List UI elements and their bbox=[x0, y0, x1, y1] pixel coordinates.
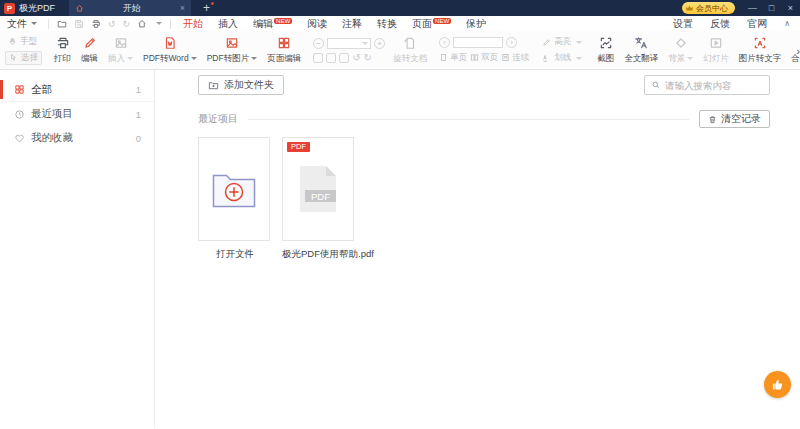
svg-text:PDF: PDF bbox=[311, 191, 330, 202]
continuous-mode-button[interactable]: 连续 bbox=[501, 52, 529, 64]
open-file-card[interactable] bbox=[198, 137, 270, 241]
tab-close-icon[interactable]: × bbox=[180, 3, 185, 13]
rotate-document-button[interactable]: 旋转文档 bbox=[388, 33, 432, 67]
sidebar-item-recent[interactable]: 最近项目 1 bbox=[0, 102, 154, 126]
clock-icon bbox=[14, 109, 25, 120]
page-edit-button[interactable]: 页面编辑 bbox=[262, 33, 306, 67]
tab-label: 阅读 bbox=[307, 18, 327, 29]
section-divider bbox=[248, 119, 689, 120]
slideshow-button[interactable]: 幻灯片 bbox=[698, 33, 734, 67]
tab-convert[interactable]: 转换 bbox=[377, 17, 397, 31]
tab-start[interactable]: 开始 bbox=[183, 17, 203, 31]
select-tool-button[interactable]: 选择 bbox=[5, 51, 42, 65]
pointer-tools-group: 手型 选择 bbox=[2, 33, 45, 67]
folder-plus-icon bbox=[211, 169, 257, 209]
clear-records-button[interactable]: 清空记录 bbox=[699, 110, 770, 128]
crown-icon bbox=[685, 4, 694, 13]
double-page-mode-button[interactable]: 双页 bbox=[470, 52, 498, 64]
continuous-page-icon bbox=[501, 53, 510, 62]
close-button[interactable]: × bbox=[781, 3, 800, 13]
edit-button[interactable]: 编辑 bbox=[76, 33, 103, 67]
sidebar-item-favorites[interactable]: 我的收藏 0 bbox=[0, 126, 154, 150]
add-folder-button[interactable]: 添加文件夹 bbox=[198, 75, 284, 95]
tab-protect[interactable]: 保护 bbox=[466, 17, 486, 31]
member-center-button[interactable]: 会员中心 bbox=[682, 2, 735, 14]
save-button[interactable] bbox=[74, 19, 84, 29]
insert-button[interactable]: 插入 bbox=[103, 33, 138, 67]
page-number-input[interactable] bbox=[453, 37, 503, 48]
actual-size-button[interactable] bbox=[313, 53, 323, 63]
zoom-out-button[interactable]: − bbox=[313, 38, 324, 49]
feedback-button[interactable]: 反馈 bbox=[710, 17, 730, 31]
background-button[interactable]: 背景 bbox=[663, 33, 698, 67]
menubar: 文件 ↺ ↻ 开始 插入 编辑NEW 阅读 注释 转换 页面NEW 保护 设置 … bbox=[0, 16, 800, 31]
recent-files-grid: 打开文件 PDF PDF 极光PDF使用帮助.pdf bbox=[198, 137, 770, 261]
hand-tool-button[interactable]: 手型 bbox=[5, 36, 42, 48]
button-label: 幻灯片 bbox=[703, 53, 729, 65]
redo-button[interactable]: ↻ bbox=[123, 19, 131, 29]
tab-insert[interactable]: 插入 bbox=[218, 17, 238, 31]
tab-annotate[interactable]: 注释 bbox=[342, 17, 362, 31]
rotate-document-icon bbox=[403, 36, 417, 50]
translate-button[interactable]: 全文翻译 bbox=[619, 33, 663, 67]
divider bbox=[170, 19, 171, 29]
recent-file-card[interactable]: PDF PDF bbox=[282, 137, 354, 241]
recent-section-header: 最近项目 清空记录 bbox=[198, 110, 770, 128]
feedback-fab-button[interactable] bbox=[764, 371, 791, 398]
pdf-to-word-button[interactable]: PDF转Word bbox=[138, 33, 202, 67]
fit-width-button[interactable] bbox=[339, 53, 349, 63]
website-button[interactable]: 官网 bbox=[747, 17, 767, 31]
print-button[interactable] bbox=[91, 19, 101, 29]
home-button[interactable] bbox=[137, 19, 147, 29]
tab-edit[interactable]: 编辑NEW bbox=[253, 17, 292, 31]
print-button[interactable]: 打印 bbox=[49, 33, 76, 67]
tab-label: 转换 bbox=[377, 18, 397, 29]
screenshot-button[interactable]: 截图 bbox=[592, 33, 619, 67]
single-page-icon bbox=[439, 53, 448, 62]
chevron-down-icon bbox=[362, 42, 368, 45]
next-page-button[interactable]: › bbox=[506, 37, 517, 48]
undo-button[interactable]: ↺ bbox=[108, 19, 116, 29]
double-page-icon bbox=[470, 53, 479, 62]
zoom-in-button[interactable]: + bbox=[374, 38, 385, 49]
sidebar-item-all[interactable]: 全部 1 bbox=[0, 78, 154, 102]
previous-page-button[interactable]: ‹ bbox=[439, 37, 450, 48]
quick-access-dropdown-icon[interactable] bbox=[156, 22, 162, 25]
zoom-level-select[interactable] bbox=[327, 38, 371, 49]
minimize-button[interactable]: — bbox=[743, 3, 762, 13]
highlight-button[interactable]: 高亮 bbox=[539, 36, 585, 48]
mode-label: 连续 bbox=[512, 52, 529, 64]
trash-icon bbox=[708, 115, 717, 124]
image-to-text-button[interactable]: 图片转文字 bbox=[734, 33, 787, 67]
settings-button[interactable]: 设置 bbox=[673, 17, 693, 31]
rotate-right-button[interactable]: ↻ bbox=[364, 53, 372, 63]
folder-plus-icon bbox=[208, 80, 219, 91]
rotate-left-button[interactable]: ↺ bbox=[352, 53, 360, 63]
tab-page[interactable]: 页面NEW bbox=[412, 17, 451, 31]
underline-icon bbox=[542, 54, 551, 63]
button-label: 页面编辑 bbox=[267, 53, 301, 65]
fit-page-button[interactable] bbox=[326, 53, 336, 63]
tab-label: 页面 bbox=[412, 18, 432, 29]
page-navigation-group: ‹ › 单页 双页 连续 bbox=[436, 33, 532, 67]
play-icon bbox=[709, 36, 723, 50]
document-tab-home[interactable]: 开始 × bbox=[69, 0, 191, 16]
screenshot-icon bbox=[599, 36, 613, 50]
ribbon-tabs: 开始 插入 编辑NEW 阅读 注释 转换 页面NEW 保护 bbox=[183, 17, 486, 31]
content-area: 全部 1 最近项目 1 我的收藏 0 添加文件夹 最近项目 bbox=[0, 70, 800, 428]
more-tools-chevron[interactable]: › bbox=[796, 45, 800, 57]
new-tab-button[interactable]: + bbox=[200, 3, 213, 13]
item-count: 0 bbox=[136, 133, 141, 144]
file-menu-button[interactable]: 文件 bbox=[0, 17, 44, 31]
menubar-right: 设置 反馈 官网 ∧ bbox=[673, 17, 800, 31]
collapse-ribbon-icon[interactable]: ∧ bbox=[784, 19, 790, 28]
pdf-to-image-button[interactable]: PDF转图片 bbox=[202, 33, 263, 67]
single-page-mode-button[interactable]: 单页 bbox=[439, 52, 467, 64]
member-center-label: 会员中心 bbox=[696, 3, 728, 14]
open-file-button[interactable] bbox=[57, 19, 67, 29]
grid-icon bbox=[14, 84, 25, 95]
tab-read[interactable]: 阅读 bbox=[307, 17, 327, 31]
maximize-button[interactable]: □ bbox=[762, 3, 781, 13]
search-input[interactable] bbox=[665, 80, 763, 91]
underline-button[interactable]: 划线 bbox=[539, 52, 585, 64]
